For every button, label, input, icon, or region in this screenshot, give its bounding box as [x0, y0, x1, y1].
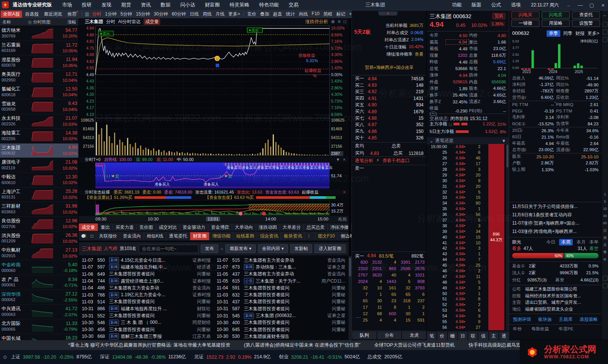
indicator-tab[interactable]: 资金驱动力	[180, 223, 208, 231]
fin-tab[interactable]: 单季	[547, 30, 560, 37]
menu-item[interactable]: 财富圈	[200, 2, 225, 8]
market-tab[interactable]: 最近浏览	[42, 11, 64, 18]
close-icon[interactable]: ×	[598, 2, 608, 8]
period-tab[interactable]: 5分钟	[119, 11, 134, 18]
quick-period-button[interactable]: 5	[602, 200, 608, 203]
quick-period-button[interactable]: 1	[602, 192, 608, 196]
sentiment-gauge[interactable]: 60% 40%	[512, 253, 599, 258]
stock-row[interactable]: 中毅达 600610 12.30 10.02%	[0, 173, 78, 187]
stock-row[interactable]: 永太科技 002326 21.07 10.03%	[0, 114, 78, 129]
stock-row[interactable]: 洪兴股份 001209 26.36 10.02%	[0, 231, 78, 246]
panel-icon[interactable]: ▥	[85, 11, 89, 17]
news-item[interactable]: 10-30 668 新闻 图解三木集团三季报 江苏天鼎	[79, 333, 214, 340]
quick-period-button[interactable]: 日	[602, 228, 608, 233]
news-item[interactable]: 10-30 400 三木集团答投资者提问 问董秘	[214, 319, 349, 326]
news-item[interactable]: 11-07 597 新闻 福建本地股见升幅,中... 经济通	[79, 264, 214, 270]
filter-dropdown[interactable]: 全部内容 ▾	[258, 244, 288, 253]
period-tab[interactable]: 1分钟	[103, 11, 119, 18]
fin-news-line[interactable]: 11月5日关于为子公司提供担保...	[509, 202, 602, 211]
scroll-thumb[interactable]	[349, 258, 351, 277]
bid-row[interactable]: 买九 4.86 150	[352, 128, 427, 134]
menu-item[interactable]: 公式	[486, 2, 506, 8]
target-icon[interactable]: ⊕	[331, 19, 335, 24]
volume-chip[interactable]: 成交量	[144, 19, 160, 25]
col-chart[interactable]: ◎ 分时简图	[28, 19, 50, 25]
menu-item[interactable]: 特灵策略	[225, 2, 254, 8]
news-item[interactable]: 10-31 437 三木集团答投资者提问 问董秘	[214, 298, 349, 305]
quick-period-button[interactable]: 30	[602, 214, 608, 218]
quick-period-button[interactable]: 季	[602, 250, 608, 255]
menu-item[interactable]: 市场	[57, 2, 77, 8]
layout-link[interactable]: 布局	[338, 217, 347, 222]
index-quote[interactable]: 深证 13404.06 -48.36 -0.36% 11236亿	[100, 354, 186, 360]
quick-period-button[interactable]: 周	[602, 236, 608, 241]
stock-row[interactable]: 海陆重工 002255 14.38 10.02%	[0, 129, 78, 144]
stock-row[interactable]: 农 产 品 000061 8.34 -0.71%	[0, 275, 78, 290]
menu-item[interactable]: 数据	[156, 2, 175, 8]
sort-dropdown[interactable]: 最新发布 ▾	[225, 244, 255, 253]
publish-button[interactable]: 发布	[201, 244, 218, 253]
indicator-tab[interactable]: 涨跌动因	[256, 223, 280, 231]
tick-tab[interactable]: 联	[468, 332, 478, 340]
fin-news-line[interactable]: 11-03涨停:跨境电商+海峡西岸...	[509, 227, 602, 236]
content-tab[interactable]: 增值功能	[209, 232, 233, 240]
bid-row[interactable]: 买七 4.88 15	[352, 115, 427, 121]
menu-item[interactable]: 特色功能	[254, 2, 284, 8]
trade-button[interactable]: 用策略	[542, 20, 570, 27]
quick-period-button[interactable]: 月	[602, 243, 608, 248]
side-tool-icon[interactable]	[603, 37, 608, 42]
news-item[interactable]: 11-03 632 三木集团答投资者提问 问董秘	[214, 291, 349, 298]
news-item[interactable]: 11-07 673 新闻 异动快报：三木集... 证券之星	[214, 264, 349, 270]
collapse-icon[interactable]: ⌄	[430, 138, 433, 144]
menu-item[interactable]: 发现	[97, 2, 116, 8]
menu-item[interactable]: 期货	[116, 2, 136, 8]
col-pct[interactable]: 涨幅	[67, 19, 76, 25]
side-tool-icon[interactable]	[603, 22, 608, 27]
fin-link[interactable]: 选股策略	[580, 316, 598, 323]
limit-analysis-link[interactable]: 涨跌停分析	[305, 19, 328, 25]
toolbar-action[interactable]: 超盘	[271, 11, 284, 18]
stock-row[interactable]: 中兴通讯 000063 41.72 -2.07%	[0, 305, 78, 319]
detail-icon[interactable]: □	[449, 122, 452, 127]
indicator-tab[interactable]: 大单差分	[280, 223, 304, 231]
menu-item[interactable]: 选项	[506, 2, 526, 8]
indicator-tab[interactable]: 量比	[98, 223, 113, 231]
quick-period-button[interactable]: 15	[602, 207, 608, 211]
sidebar-collapse-icon[interactable]: ←	[603, 12, 607, 17]
period-tab[interactable]: 30分钟	[152, 11, 170, 18]
trade-button[interactable]: 查委托	[572, 11, 600, 19]
toolbar-action[interactable]: 简框	[322, 11, 334, 18]
stock-row[interactable]: 康强电子 002119 21.08 10.02%	[0, 158, 78, 173]
list-icon[interactable]: ≡	[338, 19, 341, 24]
toolbar-action[interactable]: 统计	[284, 11, 297, 18]
expand-icon[interactable]: ⌄	[509, 101, 602, 104]
content-tab[interactable]: 资金流向	[120, 232, 144, 240]
period-tab[interactable]: 60分钟	[170, 11, 188, 18]
trade-button[interactable]: 设预警	[572, 20, 600, 27]
ticker-item[interactable]: 全球TOP大货运公司停飞麦道11型货机	[374, 342, 455, 348]
close-ind1-icon[interactable]: ×	[343, 157, 345, 162]
sentiment-period[interactable]: 今日	[546, 239, 555, 245]
index-quote[interactable]: 创业 3208.21 -16.41 -0.51% 5024亿	[279, 354, 360, 360]
fin-link[interactable]: 主题库	[559, 316, 572, 323]
period-tab[interactable]: 更多>	[227, 11, 242, 18]
stock-row[interactable]: 北方国际 000065 11.33 -0.79%	[0, 319, 78, 334]
menu-item[interactable]: 资讯	[136, 2, 156, 8]
sentiment-period[interactable]: 本月	[577, 239, 586, 245]
news-item[interactable]: 11-04 744 新闻 露营经济概念上涨0... 证券时报	[79, 278, 214, 284]
content-tab[interactable]: 综合资讯	[257, 232, 281, 240]
bid-row[interactable]: 买一 4.94 74518	[352, 75, 427, 82]
period-tab[interactable]: 15分钟	[134, 11, 152, 18]
chart-mode[interactable]: 分时	[106, 19, 115, 25]
stock-row[interactable]: 氯碱化工 600618 12.50 10.04%	[0, 85, 78, 100]
queue-tab[interactable]: 龙虎	[402, 331, 426, 339]
menu-item[interactable]: 版面	[467, 2, 486, 8]
news-item[interactable]: 11-04 591 三木集团答投资者提问 问董秘	[214, 284, 349, 291]
queue-more[interactable]: ....	[356, 314, 361, 319]
indicator-tab[interactable]: 买卖力道	[113, 223, 137, 231]
news-item[interactable]: 11-06 649 三木集团答投资者提问 问董秘	[79, 271, 214, 278]
quick-period-button[interactable]: 年	[602, 257, 608, 262]
watchlist-header[interactable]: 名称 ◎ 分时简图 涨幅	[0, 18, 78, 26]
news-item[interactable]: 11-03 766 新闻 1.19亿元主力资金今... 证券时报	[79, 291, 214, 298]
indicator-tab[interactable]: 资金博弈	[208, 223, 232, 231]
